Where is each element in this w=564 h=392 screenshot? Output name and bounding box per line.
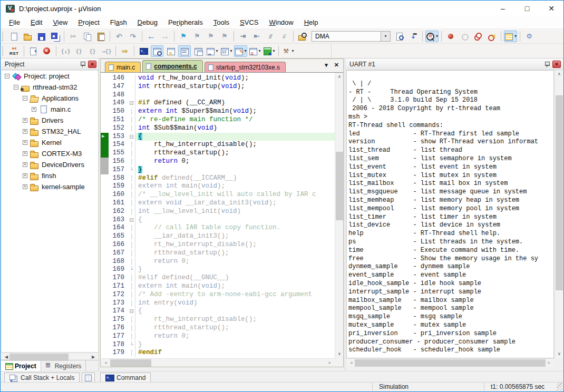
menu-svcs[interactable]: SVCS <box>235 17 264 28</box>
tree-expander-icon[interactable]: − <box>23 96 27 101</box>
save-button[interactable] <box>35 31 47 42</box>
uart-output-area[interactable]: \ | / - RT - Thread Operating System / |… <box>346 70 554 358</box>
menu-help[interactable]: Help <box>299 17 324 28</box>
find-combo[interactable]: DMA▾ <box>312 31 391 42</box>
scrollbar-thumb[interactable] <box>556 95 563 290</box>
panel-tab-registers[interactable]: Registers <box>41 360 86 371</box>
run-to-cursor-button[interactable] <box>100 45 113 57</box>
lookup-symbol-caret-icon[interactable]: ▾ <box>436 34 438 38</box>
system-viewer-button[interactable]: ▾ <box>262 45 276 57</box>
fold-marker-icon[interactable]: ⊟ <box>128 133 135 141</box>
navigate-forward-button[interactable] <box>159 31 171 42</box>
tree-expander-icon[interactable]: + <box>23 140 27 145</box>
save-all-button[interactable] <box>48 31 61 42</box>
memory-window-button[interactable] <box>82 373 95 383</box>
indent-button[interactable] <box>237 31 249 42</box>
tree-item-main-c[interactable]: +main.c <box>2 104 98 115</box>
navigate-back-button[interactable] <box>145 31 158 42</box>
scroll-up-arrow[interactable]: ∧ <box>555 70 563 79</box>
show-next-statement-button[interactable] <box>119 45 131 57</box>
editor-vscrollbar[interactable]: ∧ ∨ <box>335 73 343 358</box>
menu-project[interactable]: Project <box>73 17 104 28</box>
serial-windows-menu-button[interactable]: ▾ <box>234 45 247 57</box>
unindent-button[interactable] <box>250 31 263 42</box>
find-in-files-button[interactable] <box>296 31 309 42</box>
uart-vscrollbar[interactable]: ∧ ∨ <box>555 70 563 358</box>
close-button[interactable]: ✕ <box>539 1 563 16</box>
toolbox-button[interactable]: ▾ <box>281 45 295 57</box>
scroll-right-arrow[interactable]: > <box>325 359 334 367</box>
window-layout-button[interactable]: ▾ <box>504 31 517 42</box>
panel-tab-project[interactable]: Project <box>1 360 41 371</box>
open-file-button[interactable] <box>21 31 34 42</box>
project-tree-hscrollbar[interactable]: ◀ ▶ <box>1 352 99 360</box>
tree-item-applications[interactable]: −Applications <box>2 93 98 104</box>
tree-item-rtthread-stm32[interactable]: −rtthread-stm32 <box>2 82 98 93</box>
editor-tab-main-c[interactable]: main.c <box>105 62 141 72</box>
next-bookmark-button[interactable] <box>191 31 203 42</box>
tree-item-stm32-hal[interactable]: +STM32_HAL <box>2 126 98 137</box>
scroll-left-arrow[interactable]: < <box>102 359 110 367</box>
scroll-down-arrow[interactable]: ∨ <box>555 350 563 358</box>
system-viewer-caret-icon[interactable]: ▾ <box>273 48 275 53</box>
close-document-icon[interactable]: ✕ <box>334 62 339 68</box>
scrollbar-thumb[interactable] <box>9 354 69 361</box>
uart-hscrollbar[interactable]: < > <box>346 358 554 367</box>
memory-window-caret-icon[interactable]: ▾ <box>230 48 232 53</box>
tree-item-kernel-sample[interactable]: +kernel-sample <box>2 181 98 192</box>
project-panel-close-icon[interactable] <box>88 61 96 68</box>
menu-tools[interactable]: Tools <box>208 17 235 28</box>
copy-button[interactable] <box>81 31 93 42</box>
maximize-button[interactable]: □ <box>515 1 539 16</box>
serial-windows-menu-caret-icon[interactable]: ▾ <box>245 48 247 53</box>
scroll-up-arrow[interactable]: ∧ <box>335 73 344 81</box>
menu-peripherals[interactable]: Peripherals <box>163 17 208 28</box>
command-tab[interactable]: Command <box>100 373 151 383</box>
tree-item-drivers[interactable]: +Drivers <box>2 115 98 126</box>
scroll-right-arrow[interactable]: ▶ <box>89 353 98 361</box>
pin-icon[interactable] <box>80 61 85 67</box>
fold-marker-icon[interactable]: ⊟ <box>128 216 135 224</box>
run-button[interactable] <box>27 45 40 57</box>
logic-analyzer-button[interactable]: ▾ <box>248 45 261 57</box>
fold-marker-icon[interactable]: ⊟ <box>128 99 135 107</box>
toggle-breakpoint-button[interactable] <box>444 31 457 42</box>
menu-debug[interactable]: Debug <box>132 17 163 28</box>
tree-item-cortex-m3[interactable]: +CORTEX-M3 <box>2 148 98 159</box>
code-editor[interactable]: 146void rt_hw_board_init(void);147int rt… <box>101 73 335 358</box>
scrollbar-thumb[interactable] <box>336 152 343 220</box>
logic-analyzer-caret-icon[interactable]: ▾ <box>259 48 261 53</box>
watch-window-button[interactable]: ▾ <box>206 45 219 57</box>
tab-list-dropdown-icon[interactable]: ▾ <box>325 62 328 68</box>
tree-item-devicedrivers[interactable]: +DeviceDrivers <box>2 159 98 170</box>
cut-button[interactable] <box>67 31 80 42</box>
tree-expander-icon[interactable]: + <box>23 129 27 134</box>
paste-button[interactable] <box>94 31 107 42</box>
stop-button[interactable] <box>41 45 53 57</box>
command-window-button[interactable] <box>137 45 150 57</box>
resize-grip[interactable] <box>557 383 563 391</box>
disassembly-window-button[interactable] <box>151 45 163 57</box>
menu-view[interactable]: View <box>47 17 73 28</box>
new-file-button[interactable] <box>7 31 20 42</box>
editor-tab-startup-stm32f103xe-s[interactable]: startup_stm32f103xe.s <box>205 62 286 72</box>
toolbar-grip[interactable] <box>2 46 5 56</box>
tree-expander-icon[interactable]: + <box>23 151 27 156</box>
tree-item-kernel[interactable]: +Kernel <box>2 137 98 148</box>
step-over-button[interactable] <box>73 45 85 57</box>
previous-bookmark-button[interactable] <box>205 31 217 42</box>
tree-expander-icon[interactable]: − <box>5 74 9 79</box>
tree-item-project-project[interactable]: −Project: project <box>2 71 98 82</box>
disable-breakpoint-button[interactable] <box>458 31 471 42</box>
kill-all-breakpoints-button[interactable] <box>485 31 498 42</box>
step-out-button[interactable] <box>86 45 99 57</box>
find-button[interactable] <box>393 31 406 42</box>
minimize-button[interactable]: – <box>491 1 515 16</box>
tree-expander-icon[interactable]: + <box>23 184 27 189</box>
step-into-button[interactable] <box>59 45 72 57</box>
menu-flash[interactable]: Flash <box>105 17 132 28</box>
clear-bookmarks-button[interactable] <box>218 31 231 42</box>
find-combo-dropdown-icon[interactable]: ▾ <box>381 32 390 41</box>
scroll-right-arrow[interactable]: > <box>544 359 553 367</box>
editor-hscrollbar[interactable]: < > <box>101 358 335 367</box>
